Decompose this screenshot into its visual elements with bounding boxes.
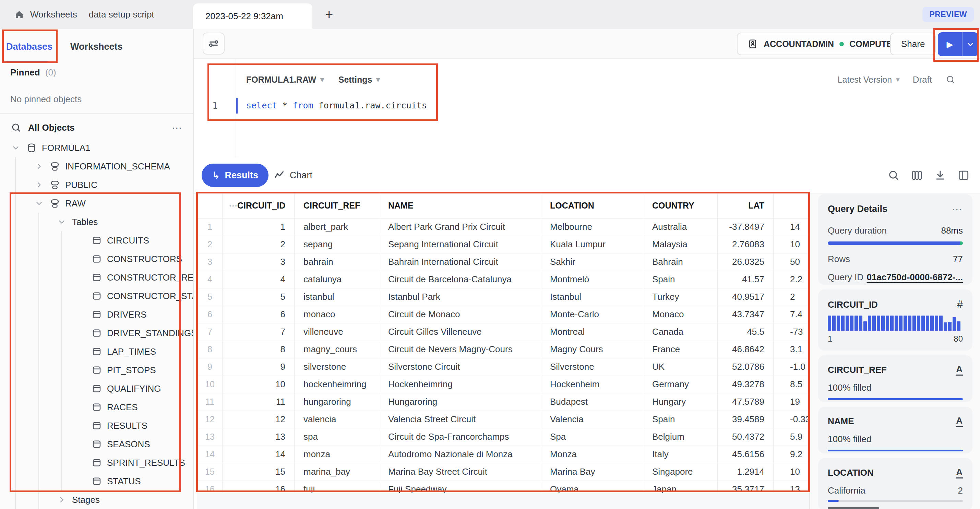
column-header-lng-clipped[interactable] xyxy=(773,194,810,218)
breadcrumb-home[interactable]: Worksheets xyxy=(14,9,77,20)
tree-item-lap_times[interactable]: LAP_TIMES xyxy=(0,342,193,361)
cell-name[interactable]: Bahrain International Circuit xyxy=(379,253,541,270)
tree-item-sprint_results[interactable]: SPRINT_RESULTS xyxy=(0,453,193,472)
cell-country[interactable]: France xyxy=(643,340,718,358)
tree-item-circuits[interactable]: CIRCUITS xyxy=(0,231,193,250)
cell-country[interactable]: Australia xyxy=(643,218,718,235)
tree-item-races[interactable]: RACES xyxy=(0,398,193,417)
cell-location[interactable]: Marina Bay xyxy=(541,463,643,480)
cell-name[interactable]: Valencia Street Circuit xyxy=(379,410,541,428)
tree-item-drivers[interactable]: DRIVERS xyxy=(0,305,193,324)
cell-lat[interactable]: 46.8642 xyxy=(718,340,773,358)
cell-name[interactable]: Albert Park Grand Prix Circuit xyxy=(379,218,541,235)
cell-lat[interactable]: 43.7347 xyxy=(718,305,773,323)
column-header-CIRCUIT_ID[interactable]: ⋯CIRCUIT_ID xyxy=(223,194,294,218)
cell-circuit_id[interactable]: 9 xyxy=(223,358,294,375)
cell-location[interactable]: Spa xyxy=(541,428,643,445)
cell-name[interactable]: Circuit de Monaco xyxy=(379,305,541,323)
cell-circuit_ref[interactable]: sepang xyxy=(294,235,379,253)
cell-lat[interactable]: 41.57 xyxy=(718,270,773,288)
cell-location[interactable]: Silverstone xyxy=(541,358,643,375)
cell-country[interactable]: Spain xyxy=(643,410,718,428)
cell-lat[interactable]: 1.2914 xyxy=(718,463,773,480)
cell-name[interactable]: Sepang International Circuit xyxy=(379,235,541,253)
cell-location[interactable]: Montmeló xyxy=(541,270,643,288)
cell-circuit_id[interactable]: 6 xyxy=(223,305,294,323)
columns-icon[interactable] xyxy=(909,168,924,183)
cell-circuit_ref[interactable]: hungaroring xyxy=(294,393,379,410)
cell-lat[interactable]: 2.76083 xyxy=(718,235,773,253)
cell-location[interactable]: Istanbul xyxy=(541,288,643,305)
cell-country[interactable]: Germany xyxy=(643,375,718,393)
cell-lat[interactable]: 52.0786 xyxy=(718,358,773,375)
table-row[interactable]: 77villeneuveCircuit Gilles VilleneuveMon… xyxy=(197,323,810,340)
column-header-LAT[interactable]: LAT xyxy=(718,194,773,218)
tree-item-raw[interactable]: RAW xyxy=(0,194,193,213)
cell-lat[interactable]: 39.4589 xyxy=(718,410,773,428)
cell-lat[interactable]: 45.6156 xyxy=(718,445,773,463)
cell-lng[interactable]: 19 xyxy=(773,393,810,410)
query-id-link[interactable]: 01ac750d-0000-6872-... xyxy=(867,272,963,283)
cell-lat[interactable]: -37.8497 xyxy=(718,218,773,235)
cell-name[interactable]: Silverstone Circuit xyxy=(379,358,541,375)
play-icon[interactable]: ▶ xyxy=(938,32,963,56)
cell-circuit_id[interactable]: 15 xyxy=(223,463,294,480)
cell-name[interactable]: Hungaroring xyxy=(379,393,541,410)
cell-country[interactable]: Turkey xyxy=(643,288,718,305)
cell-circuit_ref[interactable]: spa xyxy=(294,428,379,445)
cell-location[interactable]: Valencia xyxy=(541,410,643,428)
filters-button[interactable] xyxy=(203,33,224,54)
cell-location[interactable]: Magny Cours xyxy=(541,340,643,358)
cell-country[interactable]: Japan xyxy=(643,480,718,493)
cell-lng[interactable]: 2 xyxy=(773,288,810,305)
cell-country[interactable]: Canada xyxy=(643,323,718,340)
cell-country[interactable]: Italy xyxy=(643,445,718,463)
table-row[interactable]: 99silverstoneSilverstone CircuitSilverst… xyxy=(197,358,810,375)
sql-editor[interactable]: FORMULA1.RAW ▾ Settings ▾ Latest Version… xyxy=(194,59,980,158)
tab-databases[interactable]: Databases xyxy=(6,29,52,65)
query-details-menu-icon[interactable]: ⋯ xyxy=(952,203,963,215)
cell-lng[interactable]: 8.5 xyxy=(773,375,810,393)
cell-country[interactable]: Malaysia xyxy=(643,235,718,253)
table-row[interactable]: 1010hockenheimringHockenheimringHockenhe… xyxy=(197,375,810,393)
cell-circuit_id[interactable]: 4 xyxy=(223,270,294,288)
cell-name[interactable]: Circuit de Spa-Francorchamps xyxy=(379,428,541,445)
cell-lat[interactable]: 26.0325 xyxy=(718,253,773,270)
cell-country[interactable]: Belgium xyxy=(643,428,718,445)
cell-circuit_ref[interactable]: marina_bay xyxy=(294,463,379,480)
cell-circuit_id[interactable]: 10 xyxy=(223,375,294,393)
table-row[interactable]: 66monacoCircuit de MonacoMonte-CarloMona… xyxy=(197,305,810,323)
cell-circuit_ref[interactable]: bahrain xyxy=(294,253,379,270)
search-results-icon[interactable] xyxy=(886,168,901,183)
tree-item-driver_standings[interactable]: DRIVER_STANDINGS xyxy=(0,324,193,342)
results-table-scroll[interactable]: ⋯CIRCUIT_IDCIRCUIT_REFNAMELOCATIONCOUNTR… xyxy=(194,194,809,493)
sql-code[interactable]: select * from formula1.raw.circuits xyxy=(246,97,427,114)
tree-item-results[interactable]: RESULTS xyxy=(0,417,193,435)
share-button[interactable]: Share xyxy=(890,33,936,55)
tree-item-constructor_results[interactable]: CONSTRUCTOR_RESULTS xyxy=(0,268,193,287)
tree-item-public[interactable]: PUBLIC xyxy=(0,176,193,194)
cell-circuit_id[interactable]: 16 xyxy=(223,480,294,493)
new-tab-button[interactable]: + xyxy=(325,0,333,29)
cell-circuit_id[interactable]: 5 xyxy=(223,288,294,305)
tree-item-pit_stops[interactable]: PIT_STOPS xyxy=(0,361,193,379)
split-panel-icon[interactable] xyxy=(956,168,971,183)
object-search[interactable]: All Objects ⋯ xyxy=(10,120,183,135)
cell-circuit_ref[interactable]: catalunya xyxy=(294,270,379,288)
cell-location[interactable]: Montreal xyxy=(541,323,643,340)
cell-lng[interactable]: 7.4 xyxy=(773,305,810,323)
cell-lng[interactable]: 9.2 xyxy=(773,445,810,463)
cell-circuit_ref[interactable]: monza xyxy=(294,445,379,463)
tree-item-constructor_standings[interactable]: CONSTRUCTOR_STANDINGS xyxy=(0,287,193,305)
cell-circuit_id[interactable]: 13 xyxy=(223,428,294,445)
cell-location[interactable]: Kuala Lumpur xyxy=(541,235,643,253)
cell-lng[interactable]: 10 xyxy=(773,463,810,480)
horizontal-scrollbar-track[interactable] xyxy=(197,493,809,509)
table-row[interactable]: 11albert_parkAlbert Park Grand Prix Circ… xyxy=(197,218,810,235)
cell-circuit_id[interactable]: 1 xyxy=(223,218,294,235)
cell-lng[interactable]: 50 xyxy=(773,253,810,270)
cell-lng[interactable]: -73 xyxy=(773,323,810,340)
run-button[interactable]: ▶ xyxy=(938,32,978,56)
cell-country[interactable]: UK xyxy=(643,358,718,375)
cell-country[interactable]: Monaco xyxy=(643,305,718,323)
